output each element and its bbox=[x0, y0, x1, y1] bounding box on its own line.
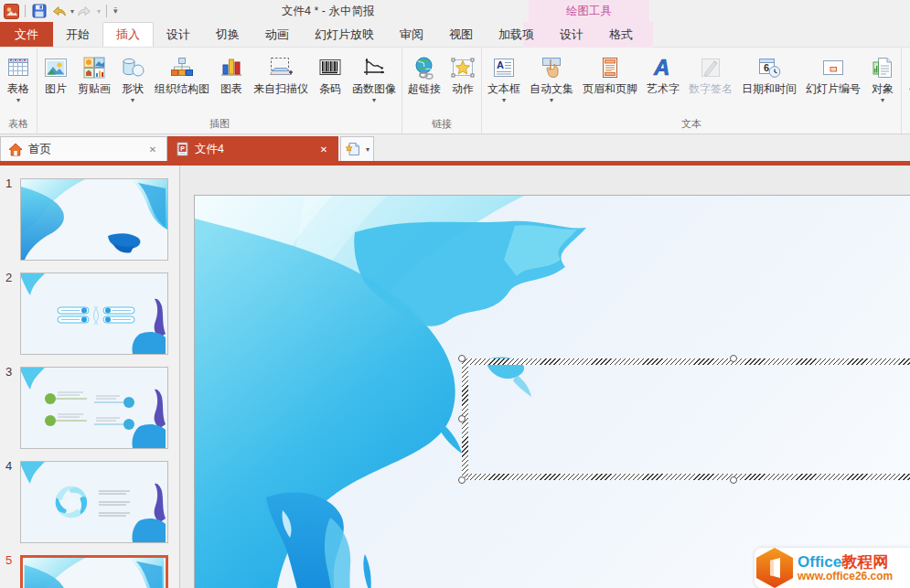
qat-separator bbox=[25, 5, 26, 17]
save-button[interactable] bbox=[31, 3, 48, 19]
document-icon: P bbox=[176, 142, 189, 156]
dropdown-caret bbox=[881, 96, 884, 104]
slide-2-preview bbox=[21, 273, 167, 354]
tab-review[interactable]: 审阅 bbox=[387, 22, 436, 47]
slide-1-preview bbox=[21, 179, 167, 260]
autotext-button[interactable]: 自动文集 bbox=[525, 49, 578, 105]
tab-context-design[interactable]: 设计 bbox=[547, 22, 596, 47]
digital-signature-button: 数字签名 bbox=[684, 49, 737, 105]
undo-dropdown-caret[interactable]: ▾ bbox=[70, 7, 74, 16]
slide-editing-canvas[interactable] bbox=[180, 166, 910, 588]
dropdown-caret bbox=[131, 96, 134, 104]
doc-tab-file4[interactable]: P 文件4 bbox=[167, 136, 338, 161]
resize-handle-top-mid[interactable] bbox=[730, 355, 737, 362]
group-label-text: 文本 bbox=[483, 116, 900, 134]
slide-thumbnail-panel[interactable]: 1 2 bbox=[0, 166, 180, 588]
new-document-tab-button[interactable]: ▾ bbox=[340, 136, 374, 161]
slide-thumbnail-5[interactable]: 5 bbox=[20, 555, 168, 588]
watermark-brand-blue: Office bbox=[798, 553, 841, 571]
textbox-border[interactable] bbox=[462, 358, 910, 365]
dropdown-caret bbox=[502, 96, 506, 104]
tab-design[interactable]: 设计 bbox=[154, 22, 203, 47]
tab-file[interactable]: 文件 bbox=[0, 22, 53, 47]
resize-handle-bottom-mid[interactable] bbox=[730, 476, 737, 484]
tab-addins[interactable]: 加载项 bbox=[486, 22, 547, 47]
resize-handle-bottom-left[interactable] bbox=[458, 476, 466, 484]
tab-animation[interactable]: 动画 bbox=[252, 22, 302, 47]
tab-home[interactable]: 开始 bbox=[53, 22, 102, 47]
watermark-badge: Office教程网 www.office26.com bbox=[755, 548, 910, 588]
group-label-symbols: 符号 bbox=[903, 116, 910, 134]
watermark-logo-icon bbox=[756, 548, 793, 588]
title-bar: ▾ ▾ ▾̄ 文件4 * - 永中简报 绘图工具 bbox=[0, 0, 910, 22]
date-time-button[interactable]: 6 日期和时间 bbox=[737, 49, 801, 105]
resize-handle-top-left[interactable] bbox=[458, 355, 466, 362]
slide-number-button[interactable]: 幻灯片编号 bbox=[801, 49, 865, 105]
clipart-button[interactable]: 剪贴画 bbox=[73, 49, 115, 105]
tab-slideshow[interactable]: 幻灯片放映 bbox=[302, 22, 387, 47]
autotext-icon bbox=[539, 53, 564, 82]
close-tab-icon[interactable] bbox=[146, 143, 159, 155]
svg-text:P: P bbox=[180, 145, 185, 152]
function-graph-button[interactable]: 函数图像 bbox=[348, 49, 401, 105]
ribbon-group-symbols: π 公式 S 符号 符号 bbox=[902, 48, 910, 134]
from-scanner-button[interactable]: 来自扫描仪 bbox=[249, 49, 313, 105]
selected-textbox[interactable] bbox=[462, 358, 910, 480]
function-graph-icon bbox=[361, 53, 387, 82]
tab-view[interactable]: 视图 bbox=[436, 22, 486, 47]
object-icon bbox=[870, 53, 895, 82]
doc-tab-home[interactable]: 首页 bbox=[0, 136, 167, 161]
barcode-icon bbox=[317, 53, 343, 82]
scanner-icon bbox=[268, 53, 294, 82]
formula-button[interactable]: π 公式 bbox=[903, 49, 910, 105]
resize-handle-mid-left[interactable] bbox=[458, 415, 466, 422]
close-tab-icon[interactable] bbox=[317, 143, 330, 155]
slide-4-preview bbox=[21, 462, 167, 542]
hyperlink-button[interactable]: 超链接 bbox=[403, 49, 445, 105]
slide-thumbnail-4[interactable]: 4 bbox=[20, 461, 168, 543]
group-label-illustrations: 插图 bbox=[38, 116, 401, 134]
ribbon-group-table: 表格 表格 bbox=[0, 48, 37, 134]
undo-button[interactable] bbox=[50, 3, 67, 19]
main-content: 1 2 bbox=[0, 166, 910, 588]
action-button[interactable]: 动作 bbox=[445, 49, 480, 105]
new-document-icon bbox=[345, 141, 361, 157]
hyperlink-icon bbox=[412, 53, 437, 82]
ribbon-group-text: A 文本框 自动文集 页眉和页脚 A bbox=[482, 48, 902, 134]
slide-thumbnail-1[interactable]: 1 bbox=[20, 178, 168, 261]
document-tab-bar: 首页 P 文件4 ▾ bbox=[0, 134, 910, 161]
shapes-button[interactable]: 形状 bbox=[115, 49, 150, 105]
customize-qat-caret[interactable]: ▾̄ bbox=[113, 6, 118, 16]
orgchart-button[interactable]: 组织结构图 bbox=[150, 49, 214, 105]
slide-5-preview bbox=[23, 558, 166, 588]
watermark-brand-red: 教程网 bbox=[841, 553, 888, 571]
group-label-links: 链接 bbox=[403, 116, 480, 134]
textbox-button[interactable]: A 文本框 bbox=[483, 49, 525, 105]
wordart-icon: A bbox=[650, 53, 676, 82]
redo-button bbox=[77, 3, 93, 19]
svg-text:A: A bbox=[497, 59, 504, 70]
tab-context-format[interactable]: 格式 bbox=[596, 22, 646, 47]
tab-insert[interactable]: 插入 bbox=[102, 22, 154, 47]
chart-icon bbox=[219, 53, 244, 82]
table-button[interactable]: 表格 bbox=[1, 49, 36, 105]
tab-transitions[interactable]: 切换 bbox=[203, 22, 252, 47]
wordart-button[interactable]: A 艺术字 bbox=[642, 49, 684, 105]
clipart-icon bbox=[81, 53, 107, 82]
date-time-icon: 6 bbox=[756, 53, 782, 82]
slide-thumbnail-3[interactable]: 3 bbox=[20, 367, 168, 449]
redo-dropdown-caret: ▾ bbox=[97, 7, 101, 16]
picture-icon bbox=[43, 53, 69, 82]
barcode-button[interactable]: 条码 bbox=[313, 49, 348, 105]
slide-thumbnail-2[interactable]: 2 bbox=[20, 273, 168, 355]
textbox-border[interactable] bbox=[462, 474, 910, 480]
context-tool-title: 绘图工具 bbox=[566, 4, 612, 19]
ribbon: 表格 表格 图片 剪贴画 bbox=[0, 48, 910, 134]
slide-number: 2 bbox=[5, 271, 12, 284]
picture-button[interactable]: 图片 bbox=[38, 49, 73, 105]
new-tab-dropdown-caret[interactable]: ▾ bbox=[366, 145, 369, 154]
object-button[interactable]: 对象 bbox=[865, 49, 900, 105]
header-footer-button[interactable]: 页眉和页脚 bbox=[578, 49, 642, 105]
digital-signature-icon bbox=[698, 53, 723, 82]
chart-button[interactable]: 图表 bbox=[214, 49, 249, 105]
